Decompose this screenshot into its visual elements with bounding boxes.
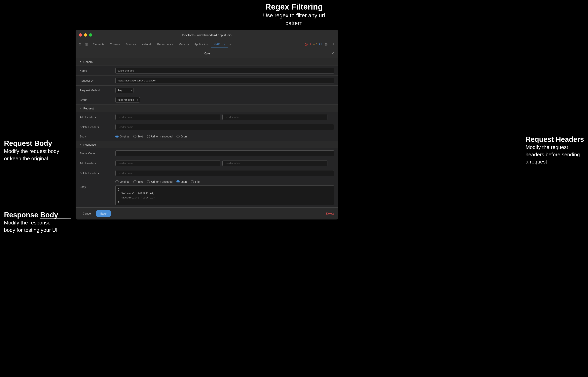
close-button[interactable] bbox=[79, 33, 82, 36]
request-method-row: Request Method Any GET POST PUT DELETE bbox=[75, 86, 338, 95]
response-delete-headers-row: Delete Headers bbox=[75, 168, 338, 178]
annotation-request-body: Request Body Modify the request body or … bbox=[4, 139, 60, 162]
response-body-file-label: File bbox=[195, 180, 200, 183]
tab-console[interactable]: Console bbox=[107, 42, 123, 47]
tab-memory[interactable]: Memory bbox=[176, 42, 192, 47]
tab-netproxy[interactable]: NetProxy bbox=[211, 42, 228, 47]
request-body-text-label: Text bbox=[138, 135, 143, 138]
request-add-headers-fields bbox=[115, 114, 334, 120]
response-body-json[interactable]: Json bbox=[176, 180, 187, 183]
tab-sources[interactable]: Sources bbox=[123, 42, 139, 47]
request-url-row: Request Url bbox=[75, 76, 338, 86]
response-body-url-encoded-radio[interactable] bbox=[147, 180, 150, 183]
response-body-url-encoded[interactable]: Url form encoded bbox=[147, 180, 173, 183]
response-body-original-label: Original bbox=[120, 180, 129, 183]
minimize-button[interactable] bbox=[84, 33, 87, 36]
response-body-json-label: Json bbox=[181, 180, 187, 183]
request-body-label: Body bbox=[80, 135, 115, 138]
request-body-json-radio[interactable] bbox=[176, 135, 180, 138]
warn-count: 5 bbox=[316, 43, 317, 46]
delete-button[interactable]: Delete bbox=[326, 212, 334, 215]
tab-more[interactable]: » bbox=[228, 42, 233, 47]
group-select-wrapper: rules for stripe bbox=[115, 97, 140, 103]
gear-icon[interactable]: ⚙ bbox=[324, 42, 329, 47]
name-label: Name bbox=[80, 69, 115, 72]
request-method-select[interactable]: Any GET POST PUT DELETE bbox=[115, 88, 134, 93]
annotation-request-headers: Request Headers Modify the request heade… bbox=[525, 135, 584, 165]
response-body-row-header: Original Text Url form encoded Json bbox=[80, 180, 334, 183]
request-body-row: Body Original Text Url form bbox=[75, 132, 338, 141]
request-method-label: Request Method bbox=[80, 89, 115, 92]
request-body-json[interactable]: Json bbox=[176, 135, 187, 138]
response-body-textarea[interactable]: { "balance": 1482943.67, "accountId": "t… bbox=[115, 185, 334, 205]
tab-network[interactable]: Network bbox=[139, 42, 154, 47]
modal-footer: Cancel Save Delete bbox=[75, 207, 338, 220]
response-body-original-radio[interactable] bbox=[115, 180, 119, 183]
response-body-original[interactable]: Original bbox=[115, 180, 129, 183]
request-headers-desc: Modify the request headers before sendin… bbox=[525, 144, 581, 165]
response-body-file-radio[interactable] bbox=[191, 180, 194, 183]
response-add-headers-label: Add Headers bbox=[80, 162, 115, 165]
request-add-header-name-input[interactable] bbox=[115, 114, 220, 120]
response-add-headers-fields bbox=[115, 160, 334, 166]
request-headers-title: Request Headers bbox=[525, 135, 584, 144]
connector-request-body bbox=[40, 155, 72, 155]
response-body-text-radio[interactable] bbox=[133, 180, 137, 183]
maximize-button[interactable] bbox=[89, 33, 92, 36]
response-delete-header-name-input[interactable] bbox=[115, 170, 334, 176]
cancel-button[interactable]: Cancel bbox=[80, 210, 95, 217]
request-add-header-value-input[interactable] bbox=[222, 114, 327, 120]
warn-badge: ⚠ 5 bbox=[313, 43, 317, 46]
tab-application[interactable]: Application bbox=[192, 42, 211, 47]
request-delete-header-name-input[interactable] bbox=[115, 124, 334, 130]
devtools-icon-2: ◫ bbox=[84, 42, 89, 47]
response-add-header-value-input[interactable] bbox=[222, 160, 327, 166]
response-add-header-name-input[interactable] bbox=[115, 160, 220, 166]
info-count: 2 bbox=[320, 43, 322, 46]
response-body-json-radio[interactable] bbox=[176, 180, 180, 183]
status-code-row: Status Code bbox=[75, 148, 338, 158]
request-chevron-icon: ∧ bbox=[80, 107, 81, 110]
status-code-label: Status Code bbox=[80, 152, 115, 155]
tab-elements[interactable]: Elements bbox=[90, 42, 107, 47]
tab-performance[interactable]: Performance bbox=[154, 42, 176, 47]
name-input[interactable] bbox=[115, 68, 334, 73]
close-modal-button[interactable]: ✕ bbox=[330, 51, 335, 56]
request-body-text-radio[interactable] bbox=[133, 135, 137, 138]
response-delete-headers-inputs bbox=[115, 170, 334, 176]
status-code-input[interactable] bbox=[115, 150, 334, 156]
request-body-json-label: Json bbox=[181, 135, 187, 138]
devtools-window: DevTools - www.brandbird.app/studio ⚙ ◫ … bbox=[75, 30, 338, 220]
response-add-headers-inputs bbox=[115, 160, 334, 166]
name-value bbox=[115, 68, 334, 73]
response-body-title: Response Body bbox=[4, 211, 60, 219]
request-body-text[interactable]: Text bbox=[133, 135, 143, 138]
request-body-radio-group: Original Text Url form encoded Json bbox=[115, 135, 334, 138]
request-url-label: Request Url bbox=[80, 79, 115, 82]
response-body-text[interactable]: Text bbox=[133, 180, 143, 183]
request-body-original-radio[interactable] bbox=[115, 135, 119, 138]
more-options-icon[interactable]: ⋮ bbox=[331, 42, 337, 47]
info-badge: ℹ 2 bbox=[319, 43, 322, 46]
response-section-header: ∧ Response bbox=[75, 141, 338, 148]
request-body-url-encoded-radio[interactable] bbox=[147, 135, 150, 138]
warn-icon: ⚠ bbox=[313, 43, 315, 46]
status-code-value bbox=[115, 150, 334, 156]
error-count: 17 bbox=[308, 43, 311, 46]
response-body-file[interactable]: File bbox=[191, 180, 200, 183]
response-add-headers-row: Add Headers bbox=[75, 158, 338, 168]
request-url-input[interactable] bbox=[115, 78, 334, 83]
group-label: Group bbox=[80, 98, 115, 102]
save-button[interactable]: Save bbox=[96, 210, 111, 217]
request-body-url-encoded[interactable]: Url form encoded bbox=[147, 135, 173, 138]
titlebar: DevTools - www.brandbird.app/studio bbox=[75, 30, 338, 40]
name-row: Name bbox=[75, 66, 338, 76]
request-body-original[interactable]: Original bbox=[115, 135, 129, 138]
group-value: rules for stripe bbox=[115, 97, 334, 103]
modal-body: ∧ General Name Request Url Request Metho… bbox=[75, 58, 338, 207]
group-select[interactable]: rules for stripe bbox=[115, 97, 140, 103]
request-delete-headers-label: Delete Headers bbox=[80, 126, 115, 129]
request-section-label: Request bbox=[83, 107, 94, 110]
response-body-url-encoded-label: Url form encoded bbox=[151, 180, 173, 183]
response-body-row: Original Text Url form encoded Json bbox=[75, 178, 338, 207]
